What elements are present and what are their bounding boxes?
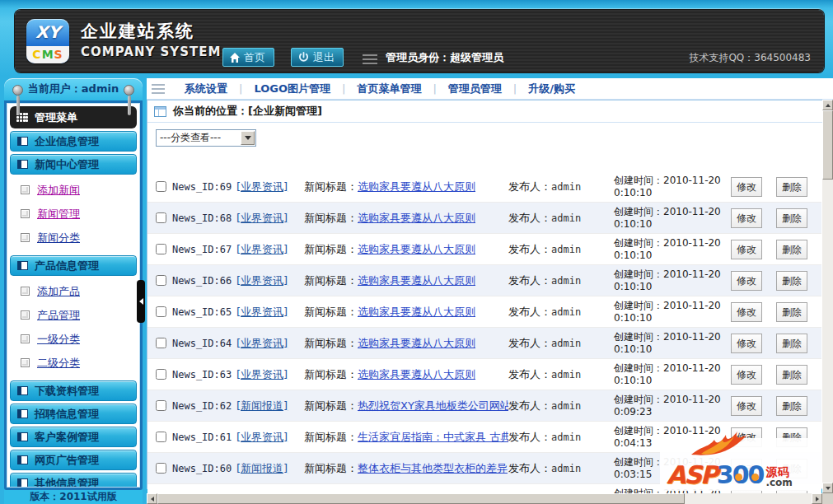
sidebar-section-button[interactable]: 客户案例管理 xyxy=(10,427,137,447)
news-title-link[interactable]: 选购家具要遵从八大原则 xyxy=(358,212,475,224)
edit-button[interactable]: 修改 xyxy=(731,302,762,322)
delete-button[interactable]: 删除 xyxy=(776,208,807,228)
sidebar-section-button[interactable]: 其他信息管理 xyxy=(10,473,137,488)
sidebar-subitem: 二级分类 xyxy=(7,351,139,375)
sidebar-section-button[interactable]: 新闻中心管理 xyxy=(10,154,137,175)
sidebar-subitem: 添加产品 xyxy=(7,279,139,303)
delete-button[interactable]: 删除 xyxy=(776,177,807,197)
created-time-cell: 创建时间：2010-11-200:10:10 xyxy=(614,268,731,293)
news-title-link[interactable]: 整体衣柜与其他类型衣柜的差异 xyxy=(358,462,508,474)
sidebar-subitem-link[interactable]: 二级分类 xyxy=(37,356,80,371)
sidebar-frame: 管理菜单 企业信息管理新闻中心管理添加新闻新闻管理新闻分类产品信息管理添加产品产… xyxy=(4,100,143,490)
edit-button[interactable]: 修改 xyxy=(731,240,762,259)
category-link[interactable]: [业界资讯] xyxy=(236,336,304,351)
sidebar-section-button[interactable]: 下载资料管理 xyxy=(10,380,137,401)
news-title-cell: 新闻标题：选购家具要遵从八大原则 xyxy=(304,273,508,288)
row-checkbox[interactable] xyxy=(156,306,166,317)
news-title-link[interactable]: 选购家具要遵从八大原则 xyxy=(358,243,475,255)
edit-button[interactable]: 修改 xyxy=(731,177,762,197)
category-link[interactable]: [业界资讯] xyxy=(236,211,304,226)
header: XY CMS 企业建站系统 COMPANY SYSTEM 首页 退出 管理员身份… xyxy=(15,10,824,72)
edit-button[interactable]: 修改 xyxy=(731,208,762,228)
news-title-label: 新闻标题： xyxy=(304,462,358,474)
edit-button[interactable]: 修改 xyxy=(731,271,762,291)
delete-button[interactable]: 删除 xyxy=(776,334,807,353)
category-link[interactable]: [业界资讯] xyxy=(236,367,304,382)
row-checkbox[interactable] xyxy=(156,400,166,411)
scroll-down-button[interactable] xyxy=(822,483,833,493)
vertical-scroll-thumb[interactable] xyxy=(822,110,833,180)
category-link[interactable]: [新闻报道] xyxy=(236,461,304,476)
delete-button[interactable]: 删除 xyxy=(776,302,807,322)
category-link[interactable]: [业界资讯] xyxy=(236,273,304,288)
delete-button[interactable]: 删除 xyxy=(776,396,807,416)
category-link[interactable]: [业界资讯] xyxy=(236,305,304,320)
news-title-link[interactable]: 选购家具要遵从八大原则 xyxy=(358,274,475,287)
home-button[interactable]: 首页 xyxy=(222,48,274,67)
category-link[interactable]: [新闻报道] xyxy=(236,399,304,413)
current-user-banner: 当前用户：admin xyxy=(4,78,143,100)
sidebar-subitem-link[interactable]: 新闻管理 xyxy=(37,207,80,222)
publisher-cell: 发布人：admin xyxy=(508,273,614,288)
edit-button[interactable]: 修改 xyxy=(731,365,762,385)
row-checkbox[interactable] xyxy=(156,463,166,474)
topnav-link[interactable]: 系统设置 xyxy=(173,82,239,95)
topnav-link[interactable]: 管理员管理 xyxy=(437,82,513,95)
scroll-left-button[interactable] xyxy=(147,493,157,504)
publisher-label: 发布人： xyxy=(508,399,551,412)
news-title-link[interactable]: 热烈祝贺XY家具地板类公司网站源码开发成功 xyxy=(358,399,508,412)
category-link[interactable]: [业界资讯] xyxy=(236,242,304,257)
row-checkbox[interactable] xyxy=(156,275,166,286)
window-icon xyxy=(17,386,28,395)
sidebar-section-button[interactable]: 产品信息管理 xyxy=(10,255,137,276)
dropdown-arrow-icon[interactable] xyxy=(241,131,255,145)
news-title-cell: 新闻标题：选购家具要遵从八大原则 xyxy=(304,336,508,351)
sidebar-subitem-link[interactable]: 新闻分类 xyxy=(37,231,80,245)
news-title-link[interactable]: 生活家宜居指南：中式家具 古典浪漫 xyxy=(358,431,508,443)
sidebar-section-button[interactable]: 招聘信息管理 xyxy=(10,404,137,424)
window-icon xyxy=(17,455,28,464)
vertical-scrollbar[interactable] xyxy=(822,100,833,493)
topnav-link[interactable]: 首页菜单管理 xyxy=(345,82,433,95)
sidebar-subitem-link[interactable]: 一级分类 xyxy=(37,332,80,347)
row-checkbox[interactable] xyxy=(156,432,166,442)
logout-button[interactable]: 退出 xyxy=(291,48,344,67)
news-title-link[interactable]: 选购家具要遵从八大原则 xyxy=(358,337,475,349)
table-row: News_ID:66[业界资讯]新闻标题：选购家具要遵从八大原则发布人：admi… xyxy=(147,265,821,296)
row-checkbox[interactable] xyxy=(156,338,166,348)
row-checkbox[interactable] xyxy=(156,244,166,254)
delete-button[interactable]: 删除 xyxy=(776,271,807,291)
news-title-link[interactable]: 选购家具要遵从八大原则 xyxy=(358,368,475,380)
row-checkbox[interactable] xyxy=(156,369,166,380)
topnav-link[interactable]: LOGO图片管理 xyxy=(242,82,342,95)
news-title-label: 新闻标题： xyxy=(304,368,358,380)
category-link[interactable]: [业界资讯] xyxy=(236,180,304,194)
scroll-right-button[interactable] xyxy=(812,493,822,504)
topnav-link[interactable]: 升级/购买 xyxy=(517,82,587,95)
sidebar-subitem-link[interactable]: 添加产品 xyxy=(37,284,80,299)
delete-button[interactable]: 删除 xyxy=(776,240,807,259)
edit-button[interactable]: 修改 xyxy=(731,396,762,416)
top-navigation: 系统设置|LOGO图片管理|首页菜单管理|管理员管理|升级/购买 xyxy=(147,78,833,100)
news-title-link[interactable]: 选购家具要遵从八大原则 xyxy=(358,180,475,193)
sidebar-subitem-link[interactable]: 产品管理 xyxy=(37,308,80,323)
scroll-up-button[interactable] xyxy=(822,100,833,110)
horizontal-scroll-thumb[interactable] xyxy=(157,493,685,504)
row-checkbox[interactable] xyxy=(156,212,166,223)
category-filter-select[interactable]: ---分类查看--- xyxy=(156,129,256,147)
sidebar-section-button[interactable]: 网页广告管理 xyxy=(10,450,137,470)
edit-button[interactable]: 修改 xyxy=(731,334,762,353)
delete-button[interactable]: 删除 xyxy=(776,365,807,385)
sidebar-subitem-link[interactable]: 添加新闻 xyxy=(37,183,80,198)
home-button-label: 首页 xyxy=(244,50,265,65)
news-title-link[interactable]: 选购家具要遵从八大原则 xyxy=(358,306,475,318)
sidebar-section-button[interactable]: 企业信息管理 xyxy=(10,131,137,152)
publisher-value: admin xyxy=(551,181,581,193)
category-link[interactable]: [业界资讯] xyxy=(236,430,304,445)
page-icon xyxy=(21,310,30,320)
horizontal-scrollbar[interactable] xyxy=(147,493,822,504)
window-icon xyxy=(17,261,28,270)
sidebar-collapse-handle[interactable] xyxy=(137,280,145,323)
row-checkbox[interactable] xyxy=(156,181,166,192)
publisher-cell: 发布人：admin xyxy=(508,305,614,320)
